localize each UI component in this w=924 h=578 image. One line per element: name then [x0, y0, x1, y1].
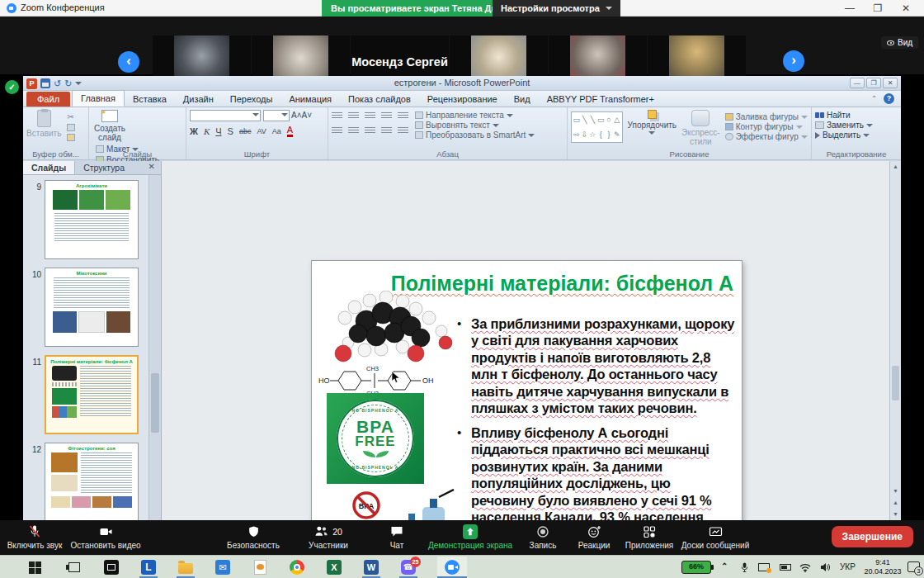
chat-button[interactable]: Чат	[372, 523, 422, 550]
text-direction-button[interactable]: Направление текста	[415, 111, 535, 120]
tray-cast-icon[interactable]	[756, 559, 772, 576]
ppt-close-button[interactable]: ✕	[883, 78, 898, 88]
task-view-button[interactable]	[66, 559, 82, 576]
copy-button[interactable]	[67, 124, 75, 131]
close-button[interactable]: ✕	[898, 2, 914, 14]
group-label[interactable]: Буфер обм...	[23, 149, 88, 159]
excel-icon[interactable]: X	[326, 559, 342, 576]
tab-view[interactable]: Вид	[506, 92, 539, 107]
line-spacing-button[interactable]	[398, 112, 408, 120]
decrease-indent-button[interactable]	[365, 112, 375, 120]
new-slide-button[interactable]: ✶ Создать слайд	[92, 110, 127, 142]
shape-fill-button[interactable]: Заливка фигуры	[725, 112, 808, 121]
tray-battery-icon[interactable]	[777, 559, 794, 576]
mail-app-icon[interactable]: ✉	[214, 559, 231, 576]
collapse-ribbon-icon[interactable]: ⌃	[871, 95, 877, 102]
align-center-button[interactable]	[348, 127, 359, 135]
panel-tab-outline[interactable]: Структура	[75, 161, 133, 174]
tab-transitions[interactable]: Переходы	[222, 92, 281, 107]
panel-tab-slides[interactable]: Слайды	[23, 161, 75, 174]
shape-outline-button[interactable]: Контур фигуры	[725, 122, 808, 131]
italic-button[interactable]: К	[204, 126, 210, 136]
leave-meeting-button[interactable]: Завершение	[832, 526, 913, 547]
notification-center-icon[interactable]: 3	[908, 561, 920, 572]
tab-home[interactable]: Главная	[72, 90, 125, 107]
tab-slideshow[interactable]: Показ слайдов	[340, 92, 419, 107]
viber-icon[interactable]: ☎25	[400, 559, 417, 576]
change-case-button[interactable]: Aa	[272, 127, 281, 135]
next-participants-button[interactable]: ›	[783, 50, 804, 72]
thumbnail-slide-12[interactable]: 12 Фітоестрогени: соя	[23, 443, 139, 520]
previous-participants-button[interactable]: ‹	[118, 51, 139, 73]
tab-abbyy[interactable]: ABBYY PDF Transformer+	[539, 92, 662, 107]
view-options-dropdown[interactable]: Настройки просмотра	[493, 0, 620, 17]
participants-button[interactable]: 20 Участники	[295, 523, 362, 550]
underline-button[interactable]: Ч	[215, 126, 221, 136]
quick-styles-button[interactable]: Экспресс-стили	[681, 110, 720, 149]
scroll-up-icon[interactable]: ▲	[890, 161, 901, 173]
security-button[interactable]: Безопасность	[220, 523, 286, 550]
select-button[interactable]: Выделить	[815, 130, 898, 140]
tab-design[interactable]: Дизайн	[175, 92, 222, 107]
file-explorer-icon[interactable]	[177, 559, 194, 576]
zoom-taskbar-icon[interactable]	[444, 559, 460, 576]
scrollbar-thumb[interactable]	[892, 366, 899, 400]
language-indicator[interactable]: УКР	[840, 562, 856, 578]
battery-saver-indicator[interactable]: 66%	[681, 561, 711, 574]
bullets-button[interactable]	[332, 112, 342, 120]
increase-indent-button[interactable]	[381, 112, 392, 120]
tray-wifi-icon[interactable]	[797, 559, 813, 576]
char-spacing-button[interactable]: AV	[257, 127, 266, 135]
ppt-minimize-button[interactable]: —	[850, 78, 865, 88]
shapes-gallery[interactable]: ▭╲╲▭○△ ⇨⇩☆{}✎	[571, 111, 623, 143]
scroll-down-icon[interactable]: ▼	[890, 486, 901, 497]
tray-expand-chevron-icon[interactable]: ⌃	[721, 561, 728, 578]
find-button[interactable]: Найти	[815, 111, 898, 120]
view-button[interactable]: Вид	[881, 36, 918, 49]
tab-file[interactable]: Файл	[26, 92, 70, 107]
bold-button[interactable]: Ж	[190, 126, 198, 136]
columns-button[interactable]	[398, 127, 408, 135]
thumbnail-slide-11-selected[interactable]: 11 Полімерні матеріали: бісфенол А	[23, 355, 139, 434]
maximize-button[interactable]: ❐	[870, 2, 886, 14]
justify-button[interactable]	[381, 127, 392, 135]
help-button[interactable]: ?	[884, 93, 894, 104]
shrink-font-button[interactable]: A˅	[302, 111, 313, 120]
paste-button[interactable]: Вставить	[26, 110, 61, 138]
convert-smartart-button[interactable]: Преобразовать в SmartArt	[415, 130, 535, 140]
start-button[interactable]	[26, 559, 43, 576]
unmute-button[interactable]: Включить звук	[3, 523, 66, 550]
panel-close-icon[interactable]: ✕	[143, 161, 161, 174]
thumbnail-slide-10[interactable]: 10 Мікотоксини	[23, 268, 139, 347]
share-screen-button[interactable]: Демонстрация экрана	[427, 523, 513, 550]
vertical-scrollbar[interactable]: ▲ ▼ ▲ ▼	[889, 161, 901, 520]
presentation-app-icon[interactable]	[252, 559, 268, 576]
next-slide-button[interactable]: ▼	[890, 509, 901, 520]
whiteboards-button[interactable]: Доски сообщений	[673, 523, 757, 550]
numbering-button[interactable]	[348, 112, 359, 120]
strikethrough-button[interactable]: abc	[239, 127, 252, 135]
word-icon[interactable]: W	[363, 559, 380, 576]
ppt-restore-button[interactable]: ❐	[866, 78, 881, 88]
align-right-button[interactable]	[365, 127, 375, 135]
tab-insert[interactable]: Вставка	[125, 92, 175, 107]
clock[interactable]: 9:41 20.04.2023	[861, 558, 904, 578]
font-size-combo[interactable]	[263, 110, 290, 121]
tab-review[interactable]: Рецензирование	[419, 92, 506, 107]
replace-button[interactable]: Заменить	[815, 121, 898, 130]
previous-slide-button[interactable]: ▲	[890, 497, 901, 509]
panel-scrollbar[interactable]	[148, 175, 161, 520]
align-text-button[interactable]: Выровнять текст	[415, 121, 535, 130]
l-app-icon[interactable]: L	[140, 559, 157, 576]
shape-effects-button[interactable]: Эффекты фигур	[725, 132, 808, 141]
font-name-combo[interactable]	[190, 110, 261, 121]
grow-font-button[interactable]: A˄	[291, 111, 302, 120]
arrange-button[interactable]: Упорядочить	[628, 110, 677, 149]
stop-video-button[interactable]: Остановить видео	[69, 523, 142, 550]
shadow-button[interactable]: S	[228, 126, 233, 136]
minimize-button[interactable]: —	[842, 2, 858, 14]
cut-button[interactable]: ✂	[67, 112, 75, 121]
tray-volume-icon[interactable]	[817, 559, 833, 576]
align-left-button[interactable]	[332, 127, 342, 135]
tab-animations[interactable]: Анимация	[280, 92, 340, 107]
